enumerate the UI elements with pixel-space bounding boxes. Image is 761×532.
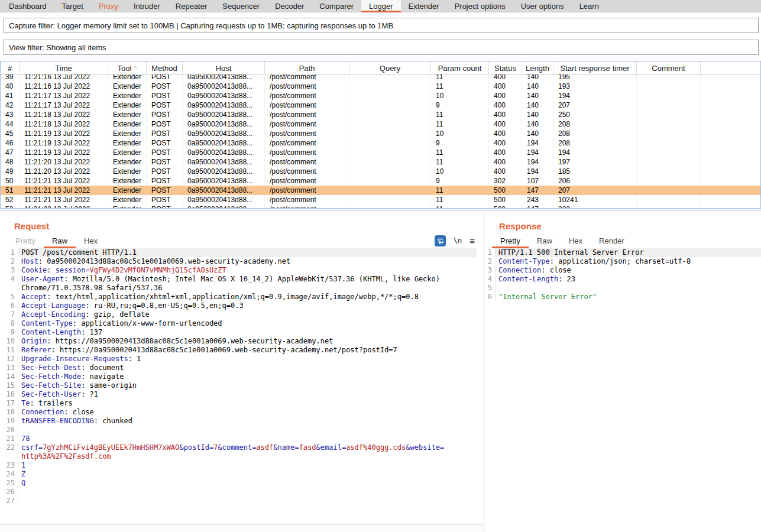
cell-method: POST xyxy=(147,157,183,167)
column-header-comment[interactable]: Comment xyxy=(637,61,701,74)
menu-tab-decoder[interactable]: Decoder xyxy=(267,0,312,12)
table-row-53[interactable]: 5311:21:22 13 Jul 2022ExtenderPOST0a9500… xyxy=(1,205,760,208)
capture-filter-bar[interactable]: Capture filter: Logger memory limit set … xyxy=(4,18,759,33)
table-row-50[interactable]: 5011:21:21 13 Jul 2022ExtenderPOST0a9500… xyxy=(1,176,760,186)
prettify-icon[interactable] xyxy=(435,235,446,246)
request-tab-pretty[interactable]: Pretty xyxy=(7,235,44,248)
table-row-43[interactable]: 4311:21:18 13 Jul 2022ExtenderPOST0a9500… xyxy=(1,110,760,119)
cell-start_response_timer: 250 xyxy=(553,110,637,119)
response-tab-pretty[interactable]: Pretty xyxy=(492,235,529,248)
request-tab-hex[interactable]: Hex xyxy=(76,235,106,248)
menu-tab-target[interactable]: Target xyxy=(54,0,91,12)
cell-length: 194 xyxy=(522,138,553,148)
cell-status: 400 xyxy=(489,110,522,119)
table-row-49[interactable]: 4911:21:20 13 Jul 2022ExtenderPOST0a9500… xyxy=(1,167,760,176)
cell-start_response_timer: 208 xyxy=(553,138,637,148)
token: Host xyxy=(21,257,38,265)
token: : 0a9500020413d88ac08c5c1e001a0069.web-s… xyxy=(38,257,290,265)
cell-status: 400 xyxy=(489,100,522,110)
line-text: Sec-Fetch-Dest: document xyxy=(18,364,477,372)
column-header-[interactable]: # xyxy=(1,61,20,74)
table-row-40[interactable]: 4011:21:16 13 Jul 2022ExtenderPOST0a9500… xyxy=(1,82,760,91)
table-row-39[interactable]: 3911:21:16 13 Jul 2022ExtenderPOST0a9500… xyxy=(1,74,760,82)
cell-start_response_timer: 197 xyxy=(553,157,637,167)
menu-tab-logger[interactable]: Logger xyxy=(361,0,400,12)
cell-tool: Extender xyxy=(108,186,147,195)
cell-comment xyxy=(637,74,701,82)
table-row-46[interactable]: 4611:21:19 13 Jul 2022ExtenderPOST0a9500… xyxy=(1,138,760,148)
panel-splitter[interactable] xyxy=(484,212,484,532)
burp-logger-window: DashboardTargetProxyIntruderRepeaterSequ… xyxy=(0,0,761,532)
table-row-52[interactable]: 5211:21:21 13 Jul 2022ExtenderPOST0a9500… xyxy=(1,195,760,205)
menu-tab-sequencer[interactable]: Sequencer xyxy=(215,0,267,12)
menu-tab-proxy[interactable]: Proxy xyxy=(91,0,126,12)
request-hscrollbar[interactable] xyxy=(0,524,483,532)
cell-path: /post/comment xyxy=(265,176,349,186)
cell-start_response_timer: 206 xyxy=(553,176,637,186)
token: : text/html,application/xhtml+xml,applic… xyxy=(47,293,419,301)
menu-tab-user-options[interactable]: User options xyxy=(513,0,572,12)
token: &name= xyxy=(273,443,299,452)
column-header-path[interactable]: Path xyxy=(265,61,349,74)
cell-path: /post/comment xyxy=(265,138,349,148)
cell-status: 400 xyxy=(489,74,522,82)
menu-tab-intruder[interactable]: Intruder xyxy=(126,0,168,12)
column-header-query[interactable]: Query xyxy=(349,61,431,74)
cell-comment xyxy=(637,157,701,167)
menu-tab-repeater[interactable]: Repeater xyxy=(168,0,215,12)
token: Cookie xyxy=(21,266,47,274)
cell-query xyxy=(349,110,431,119)
response-tab-render[interactable]: Render xyxy=(591,235,633,248)
cell-path: /post/comment xyxy=(265,110,349,119)
token: : close xyxy=(64,408,94,416)
editor-menu-icon[interactable]: ≡ xyxy=(469,236,475,246)
menu-tab-extender[interactable]: Extender xyxy=(401,0,447,12)
token: POST /post/comment HTTP/1.1 xyxy=(21,248,137,257)
response-editor[interactable]: 1HTTP/1.1 500 Internal Server Error2Cont… xyxy=(485,248,761,532)
menu-tab-project-options[interactable]: Project options xyxy=(447,0,513,12)
column-header-time[interactable]: Time xyxy=(20,61,108,74)
token: : Mozilla/5.0 (Macintosh; Intel Mac OS X… xyxy=(64,275,440,283)
cell-time: 11:21:18 13 Jul 2022 xyxy=(20,110,108,119)
column-header-status[interactable]: Status xyxy=(489,61,522,74)
column-header-param-count[interactable]: Param count xyxy=(431,61,489,74)
editor-line: 17Te: trailers xyxy=(0,399,477,408)
cell-comment xyxy=(637,91,701,100)
column-header-host[interactable]: Host xyxy=(183,61,265,74)
table-row-44[interactable]: 4411:21:18 13 Jul 2022ExtenderPOST0a9500… xyxy=(1,119,760,129)
view-filter-bar[interactable]: View filter: Showing all items xyxy=(4,40,759,55)
table-row-47[interactable]: 4711:21:19 13 Jul 2022ExtenderPOST0a9500… xyxy=(1,148,760,157)
menu-tab-dashboard[interactable]: Dashboard xyxy=(1,0,54,12)
table-row-51[interactable]: 5111:21:21 13 Jul 2022ExtenderPOST0a9500… xyxy=(1,186,760,195)
token: &email= xyxy=(316,443,347,452)
table-row-48[interactable]: 4811:21:20 13 Jul 2022ExtenderPOST0a9500… xyxy=(1,157,760,167)
line-text: Sec-Fetch-Mode: navigate xyxy=(18,372,477,381)
editor-line: 7Accept-Encoding: gzip, deflate xyxy=(0,310,477,319)
request-tab-raw[interactable]: Raw xyxy=(44,235,76,248)
editor-line: 22csrf=7gYzhMCiFvi4gBEyUEEk7HmHSHM7xWAO&… xyxy=(0,443,477,452)
editor-line: 3Connection: close xyxy=(485,266,761,275)
column-header-tool[interactable]: Tool^ xyxy=(108,61,147,74)
response-tab-hex[interactable]: Hex xyxy=(561,235,591,248)
menu-tab-comparer[interactable]: Comparer xyxy=(312,0,361,12)
column-header-method[interactable]: Method xyxy=(147,61,183,74)
line-text: 1 xyxy=(18,461,477,470)
log-table: #TimeTool^MethodHostPathQueryParam count… xyxy=(0,61,761,209)
column-header-length[interactable]: Length xyxy=(522,61,553,74)
newline-icon[interactable]: \n xyxy=(454,236,462,245)
table-row-42[interactable]: 4211:21:17 13 Jul 2022ExtenderPOST0a9500… xyxy=(1,100,760,110)
request-editor[interactable]: 1POST /post/comment HTTP/1.12Host: 0a950… xyxy=(0,248,477,524)
line-number: 9 xyxy=(0,328,18,337)
menu-tab-learn[interactable]: Learn xyxy=(572,0,607,12)
cell-status: 400 xyxy=(489,148,522,157)
cell-time: 11:21:17 13 Jul 2022 xyxy=(20,91,108,100)
line-number: 25 xyxy=(0,479,18,488)
column-header-start-response-timer[interactable]: Start response timer xyxy=(553,61,637,74)
table-row-41[interactable]: 4111:21:17 13 Jul 2022ExtenderPOST0a9500… xyxy=(1,91,760,100)
token: Accept xyxy=(21,293,47,301)
response-tab-raw[interactable]: Raw xyxy=(529,235,561,248)
column-header-label: Param count xyxy=(438,64,482,73)
request-toolbar: \n ≡ xyxy=(435,234,475,247)
token: session= xyxy=(56,266,90,274)
table-row-45[interactable]: 4511:21:19 13 Jul 2022ExtenderPOST0a9500… xyxy=(1,129,760,138)
